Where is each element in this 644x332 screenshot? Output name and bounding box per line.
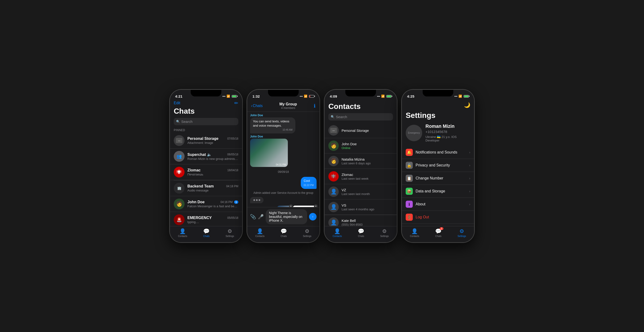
contact-vs[interactable]: 👤 VS Last seen 4 months ago [324, 200, 397, 215]
chat-name: EMERGENCY [188, 216, 212, 220]
close-thumb-button[interactable]: ✕ [289, 204, 293, 207]
chat-time: 07/05/18 [227, 137, 238, 140]
chats-tab-badge: 1 [440, 227, 444, 230]
wifi-icon: 📶 [226, 94, 230, 98]
tab-chats[interactable]: 💬 1 Chats [435, 228, 442, 238]
tab-contacts[interactable]: 👤 Contacts [255, 228, 264, 238]
chat-preview: Audio message [188, 189, 238, 192]
signal-icon: ▪▪▪ [222, 94, 225, 98]
contacts-search-bar[interactable]: 🔍 Search [328, 113, 393, 120]
tab-chats-active[interactable]: 💬 Chats [203, 228, 210, 238]
moon-icon[interactable]: 🌙 [464, 102, 470, 108]
nav-header-p2: ‹ Chats My Group 4 members ℹ [247, 100, 320, 112]
tab-settings[interactable]: ⚙ Settings [303, 228, 312, 238]
chat-item-emergency[interactable]: 🚨 EMERGENCY 05/05/18 typing.... [170, 212, 242, 226]
tab-settings-active[interactable]: ⚙ Settings [458, 228, 466, 238]
contact-info: Nataliia Mizina Last seen 6 days ago [342, 157, 393, 165]
contact-vz[interactable]: 👤 VZ Last seen last month [324, 184, 397, 200]
settings-change-number[interactable]: 📋 Change Number › [402, 172, 474, 185]
back-button[interactable]: ‹ Chats [251, 104, 262, 108]
settings-logout[interactable]: 🚪 Log Out [402, 211, 474, 224]
chats-tab-label: Chats [436, 235, 442, 238]
chat-time: 05/05/18 [227, 216, 238, 220]
settings-data-storage[interactable]: 📦 Data and Storage › [402, 185, 474, 198]
profile-section[interactable]: Emergency Roman Mizin +1012345678 Ukrain… [402, 124, 474, 146]
phone-contacts: 4:09 ▪▪▪ 📶 Contacts 🔍 Search [324, 89, 397, 243]
compose-button[interactable]: ✏ [234, 100, 238, 106]
close-audio-button[interactable]: ✕ [314, 204, 318, 207]
message-input[interactable]: Night Theme is beautiful, especially on … [266, 209, 307, 224]
attach-icon[interactable]: 📎 [250, 214, 256, 220]
avatar-nataliia: 👩 [328, 156, 339, 166]
settings-about[interactable]: ℹ About › [402, 198, 474, 211]
settings-tab-icon: ⚙ [460, 228, 464, 234]
tab-chats[interactable]: 💬 Chats [358, 228, 364, 238]
contact-name: Nataliia Mizina [342, 157, 393, 161]
settings-notifications[interactable]: 🔔 Notifications and Sounds › [402, 146, 474, 159]
avatar-johndoe: 🧑 [174, 198, 184, 210]
contact-kate[interactable]: 👤 Kate Bell (555) 564-8583 [324, 215, 397, 226]
chat-list: — Personal Storage 07/05/18 Attachment: … [170, 133, 242, 226]
privacy-icon-wrap: 🔒 [406, 162, 413, 169]
storage-icon: 📦 [407, 189, 412, 194]
contact-nataliia[interactable]: 👩 Nataliia Mizina Last seen 6 days ago [324, 154, 397, 169]
chats-tab-icon: 💬 [280, 228, 287, 234]
chat-preview: Roman Mizin is new group administrator [188, 157, 238, 160]
chevron-icon: › [469, 176, 470, 180]
contact-info: John Doe Online [342, 142, 393, 150]
tab-contacts[interactable]: 👤 Contacts [410, 228, 419, 238]
changenumber-icon-wrap: 📋 [406, 175, 413, 182]
avatar-backend: 🏢 [174, 183, 184, 194]
settings-screen: 🌙 Settings Emergency Roman Mizin +101234… [402, 100, 474, 242]
chat-info: Backend Team 04:18 PM Audio message [188, 184, 238, 192]
contact-status: Last seen last month [342, 192, 393, 196]
status-time-p1: 4:21 [175, 94, 182, 98]
contact-zlomac[interactable]: 🕷 Zlomac Last seen last week [324, 169, 397, 184]
contact-personal-storage[interactable]: — Personal Storage [324, 123, 397, 138]
msg-sender: John Doe [250, 114, 307, 117]
tab-bar-p3: 👤 Contacts 💬 Chats ⚙ Settings [324, 226, 397, 242]
tab-settings[interactable]: ⚙ Settings [380, 228, 389, 238]
reply-preview: ✕ ✕ 🎵 00:00:05 [278, 205, 316, 207]
contact-johndoe[interactable]: 🧑 John Doe Online [324, 138, 397, 154]
chat-item-johndoe[interactable]: 🧑 John Doe 04:16 PM 1 Falcon Messenger i… [170, 196, 242, 212]
settings-tab-label: Settings [380, 235, 389, 238]
pinned-label: PINNED [170, 127, 242, 133]
tab-settings[interactable]: ⚙ Settings [226, 228, 234, 238]
signal-icon: ▪▪▪ [377, 94, 380, 98]
settings-tab-label: Settings [458, 235, 466, 238]
search-bar[interactable]: 🔍 Search [174, 118, 238, 125]
status-icons-p2: ▪▪▪ 📶 [300, 94, 314, 98]
unread-badge: 1 [234, 200, 238, 204]
chat-preview: Attachment: Image [188, 141, 238, 144]
group-title: My Group [262, 102, 314, 106]
reply-thumbnail: ✕ [278, 206, 292, 207]
settings-tab-label: Settings [226, 235, 234, 238]
phone-chats: 4:21 ▪▪▪ 📶 Edit ✏ Chats [170, 89, 242, 243]
edit-button[interactable]: Edit [174, 101, 180, 105]
chat-item-backend[interactable]: 🏢 Backend Team 04:18 PM Audio message [170, 180, 242, 196]
avatar-personal-storage: — [174, 135, 184, 146]
chat-time: 06/05/18 [227, 153, 238, 156]
chat-item-personal-storage[interactable]: — Personal Storage 07/05/18 Attachment: … [170, 133, 242, 148]
tab-chats[interactable]: 💬 Chats [280, 228, 287, 238]
contact-info: VS Last seen 4 months ago [342, 203, 393, 211]
mic-icon[interactable]: 🎤 [258, 214, 264, 220]
chat-item-superchat[interactable]: 👥 Superchat 🔈 06/05/18 Roman Mizin is ne… [170, 148, 242, 164]
send-button[interactable]: ↑ [309, 213, 316, 220]
tab-contacts-active[interactable]: 👤 Contacts [332, 228, 342, 238]
settings-privacy[interactable]: 🔒 Privacy and Security › [402, 159, 474, 172]
battery-fill [387, 96, 391, 97]
chat-item-zlomac[interactable]: 🕷 Zlomac 18/04/18 Печатаешь [170, 164, 242, 180]
chat-time: 04:18 PM [226, 185, 238, 188]
tab-contacts[interactable]: 👤 Contacts [178, 228, 187, 238]
chat-name: Superchat 🔈 [188, 152, 212, 157]
info-button[interactable]: ℹ [314, 103, 316, 109]
avatar-superchat: 👥 [174, 151, 184, 162]
contacts-tab-label: Contacts [332, 235, 342, 238]
avatar-vz: 👤 [328, 186, 339, 197]
chat-time: 18/04/18 [227, 168, 238, 172]
chat-info: John Doe 04:16 PM 1 Falcon Messenger is … [188, 200, 238, 208]
contact-info: Kate Bell (555) 564-8583 [342, 218, 393, 226]
avatar-kate: 👤 [328, 218, 339, 226]
